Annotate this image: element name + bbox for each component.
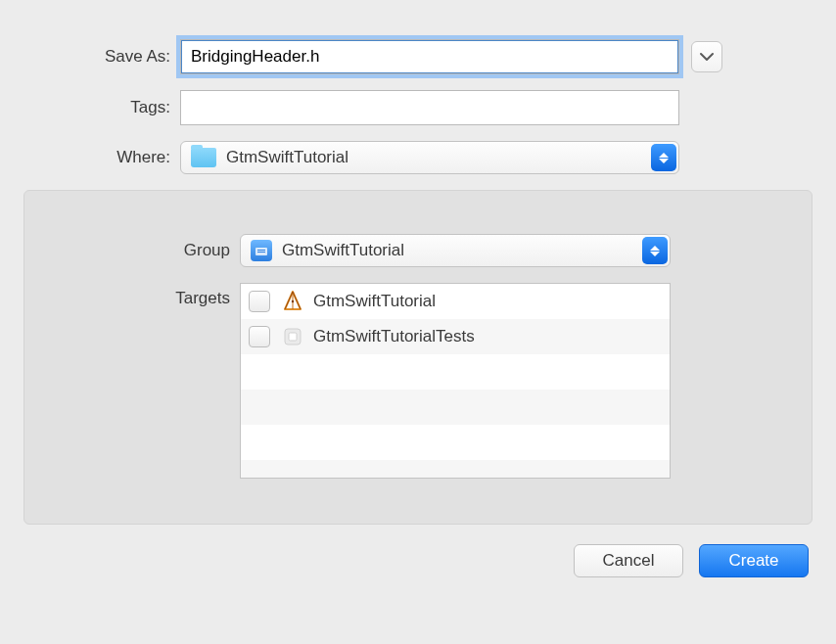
cancel-button[interactable]: Cancel <box>574 544 683 577</box>
target-name: GtmSwiftTutorial <box>313 292 436 311</box>
tags-row: Tags: <box>23 90 813 125</box>
folder-icon <box>191 148 216 167</box>
test-target-icon <box>280 324 305 349</box>
app-target-icon <box>280 289 305 314</box>
group-label: Group <box>64 241 240 260</box>
save-dialog: Save As: Tags: Where: GtmSwiftTutorial G… <box>0 0 836 597</box>
project-icon <box>251 240 272 261</box>
updown-arrows-icon <box>642 237 668 264</box>
where-folder-name: GtmSwiftTutorial <box>226 148 348 167</box>
target-row-empty <box>241 460 670 479</box>
svg-rect-5 <box>289 333 297 341</box>
group-row: Group GtmSwiftTutorial <box>64 234 772 267</box>
target-row-empty <box>241 425 670 460</box>
target-row: GtmSwiftTutorial <box>241 284 670 319</box>
create-button[interactable]: Create <box>699 544 809 577</box>
where-row: Where: GtmSwiftTutorial <box>23 141 813 174</box>
svg-point-3 <box>292 300 294 302</box>
save-as-input[interactable] <box>180 39 679 74</box>
updown-arrows-icon <box>651 144 676 171</box>
where-popup[interactable]: GtmSwiftTutorial <box>180 141 679 174</box>
group-popup[interactable]: GtmSwiftTutorial <box>240 234 671 267</box>
target-row-empty <box>241 354 670 390</box>
where-label: Where: <box>23 148 180 167</box>
tags-input[interactable] <box>180 90 679 125</box>
save-as-row: Save As: <box>23 39 813 74</box>
target-checkbox[interactable] <box>249 326 270 347</box>
tags-label: Tags: <box>23 98 180 117</box>
target-name: GtmSwiftTutorialTests <box>313 327 475 346</box>
svg-rect-1 <box>257 250 265 251</box>
svg-rect-2 <box>257 252 265 253</box>
targets-label: Targets <box>64 283 240 308</box>
chevron-down-icon <box>700 52 714 62</box>
options-panel: Group GtmSwiftTutorial Targets <box>23 190 813 525</box>
group-selected-name: GtmSwiftTutorial <box>282 241 404 260</box>
expand-button[interactable] <box>691 41 722 72</box>
target-row: GtmSwiftTutorialTests <box>241 319 670 354</box>
target-row-empty <box>241 390 670 425</box>
save-as-label: Save As: <box>23 47 180 67</box>
targets-row: Targets GtmSwiftTutorial <box>64 283 772 479</box>
target-checkbox[interactable] <box>249 291 270 312</box>
targets-list: GtmSwiftTutorial GtmSwiftTutorialTests <box>240 283 671 479</box>
button-bar: Cancel Create <box>23 525 813 577</box>
